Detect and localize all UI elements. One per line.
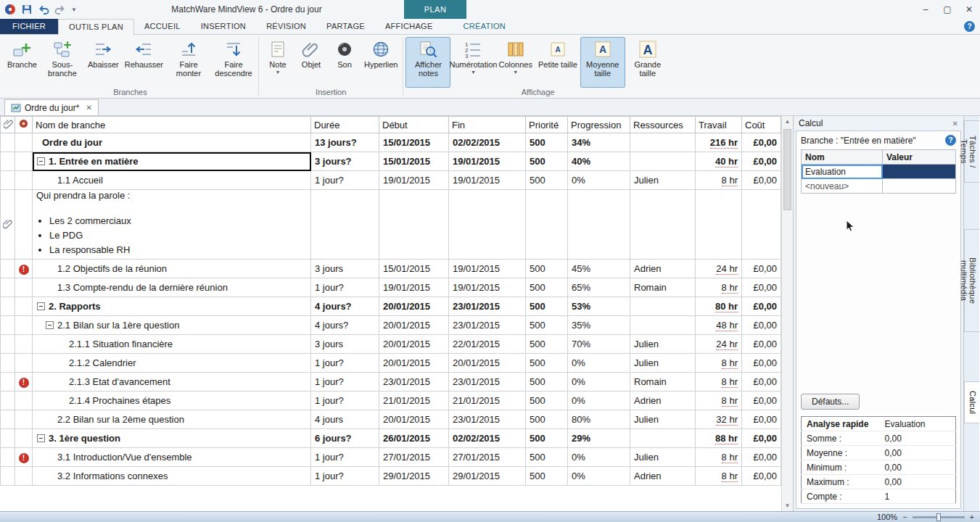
column-header-debut[interactable]: Début [379,117,449,133]
duration-cell[interactable]: 1 jour? [311,373,379,392]
ribbon-button-colonnes[interactable]: Colonnes▼ [495,37,535,88]
start-date-cell[interactable]: 20/01/2015 [379,316,449,335]
start-date-cell[interactable]: 20/01/2015 [379,335,449,354]
cost-cell[interactable]: £0,00 [742,429,781,448]
calc-grid-nom-cell[interactable]: <nouveau> [802,179,883,194]
tab-partage[interactable]: PARTAGE [316,19,375,34]
end-date-cell[interactable]: 29/01/2015 [449,467,526,486]
resources-cell[interactable]: Julien [630,171,696,190]
resources-cell[interactable]: Julien [630,335,696,354]
end-date-cell[interactable]: 19/01/2015 [449,152,526,171]
end-date-cell[interactable]: 23/01/2015 [449,316,526,335]
tab-outils-plan[interactable]: OUTILS PLAN [58,19,134,35]
work-cell[interactable]: 8 hr [696,354,742,373]
save-icon[interactable] [21,4,33,15]
duration-cell[interactable]: 4 jours [311,410,379,429]
resources-cell[interactable] [630,316,696,335]
defaults-button[interactable]: Défauts... [801,394,860,410]
tab-accueil[interactable]: ACCUEIL [134,19,191,34]
work-cell[interactable]: 24 hr [696,260,742,278]
collapse-toggle-icon[interactable] [37,434,45,442]
work-cell[interactable]: 8 hr [696,171,742,190]
column-header-nom-de-branche[interactable]: Nom de branche [33,117,311,133]
progress-cell[interactable]: 0% [568,392,630,410]
column-header-progression[interactable]: Progression [568,117,630,133]
duration-cell[interactable]: 1 jour? [311,392,379,410]
cost-cell[interactable]: £0,00 [742,373,781,392]
calc-help-icon[interactable]: ? [945,135,956,146]
progress-cell[interactable]: 65% [568,278,630,297]
zoom-slider[interactable] [913,516,965,518]
priority-cell[interactable]: 500 [526,152,568,171]
vertical-scrollbar[interactable]: ▲ ▼ [781,116,793,511]
cost-cell[interactable]: £0,00 [742,354,781,373]
priority-cell[interactable]: 500 [526,316,568,335]
mindview-logo-icon[interactable] [4,4,16,15]
calc-grid-valeur-cell[interactable] [883,165,956,179]
end-date-cell[interactable]: 27/01/2015 [449,448,526,467]
ribbon-button-afficher-notes[interactable]: Afficher notes [405,37,450,88]
end-date-cell[interactable]: 23/01/2015 [449,373,526,392]
progress-cell[interactable]: 45% [568,260,630,278]
branch-name-cell[interactable]: 3. 1ère question [33,429,311,448]
column-header-fin[interactable]: Fin [449,117,526,133]
ribbon-button-son[interactable]: Son [328,37,361,88]
collapse-toggle-icon[interactable] [46,321,54,329]
work-cell[interactable]: 8 hr [696,448,742,467]
progress-cell[interactable]: 53% [568,297,630,316]
ribbon-button-numerotation[interactable]: 123Numérotation▼ [450,37,495,88]
priority-cell[interactable]: 500 [526,297,568,316]
scrollbar-thumb[interactable] [783,129,791,210]
work-cell[interactable]: 24 hr [696,335,742,354]
end-date-cell[interactable]: 19/01/2015 [449,171,526,190]
branch-name-cell[interactable]: 1.2 Objectifs de la réunion [33,260,311,278]
ribbon-button-grande-taille[interactable]: AGrande taille [625,37,670,88]
start-date-cell[interactable]: 26/01/2015 [379,429,449,448]
cost-cell[interactable]: £0,00 [742,410,781,429]
progress-cell[interactable]: 0% [568,448,630,467]
branch-name-cell[interactable]: 3.2 Informations connexes [33,467,311,486]
collapse-toggle-icon[interactable] [37,302,45,310]
duration-cell[interactable]: 1 jour? [311,278,379,297]
priority-cell[interactable]: 500 [526,392,568,410]
priority-cell[interactable]: 500 [526,429,568,448]
ribbon-button-objet[interactable]: Objet [295,37,328,88]
end-date-cell[interactable]: 19/01/2015 [449,260,526,278]
progress-cell[interactable]: 35% [568,316,630,335]
progress-cell[interactable]: 0% [568,373,630,392]
start-date-cell[interactable]: 20/01/2015 [379,354,449,373]
document-tab-close-icon[interactable]: ✕ [86,104,91,112]
work-cell[interactable]: 40 hr [696,152,742,171]
branch-name-cell[interactable]: 2.1.2 Calendrier [33,354,311,373]
calc-grid-nom-cell[interactable]: Evaluation [802,165,883,179]
cost-cell[interactable]: £0,00 [742,297,781,316]
start-date-cell[interactable]: 21/01/2015 [379,392,449,410]
end-date-cell[interactable]: 02/02/2015 [449,429,526,448]
cost-cell[interactable]: £0,00 [742,152,781,171]
document-tab[interactable]: Ordre du jour* ✕ [4,99,99,115]
priority-cell[interactable]: 500 [526,448,568,467]
duration-cell[interactable]: 3 jours [311,335,379,354]
maximize-icon[interactable]: ▢ [936,0,958,19]
branch-name-cell[interactable]: Ordre du jour [33,133,311,152]
start-date-cell[interactable]: 23/01/2015 [379,373,449,392]
scroll-up-icon[interactable]: ▲ [782,118,793,125]
duration-cell[interactable]: 6 jours? [311,429,379,448]
cost-cell[interactable]: £0,00 [742,278,781,297]
duration-cell[interactable]: 13 jours? [311,133,379,152]
redo-icon[interactable] [54,4,66,15]
column-header-ressources[interactable]: Ressources [630,117,696,133]
branch-name-cell[interactable]: 1. Entrée en matière [33,152,311,171]
zoom-in-icon[interactable]: + [970,513,974,521]
work-cell[interactable]: 8 hr [696,392,742,410]
ribbon-button-hyperlien[interactable]: Hyperlien [361,37,400,88]
duration-cell[interactable]: 1 jour? [311,171,379,190]
cost-cell[interactable]: £0,00 [742,335,781,354]
duration-cell[interactable]: 4 jours? [311,316,379,335]
duration-cell[interactable]: 1 jour? [311,448,379,467]
cost-cell[interactable]: £0,00 [742,260,781,278]
resources-cell[interactable] [630,152,696,171]
priority-cell[interactable]: 500 [526,354,568,373]
priority-cell[interactable]: 500 [526,171,568,190]
priority-cell[interactable]: 500 [526,133,568,152]
